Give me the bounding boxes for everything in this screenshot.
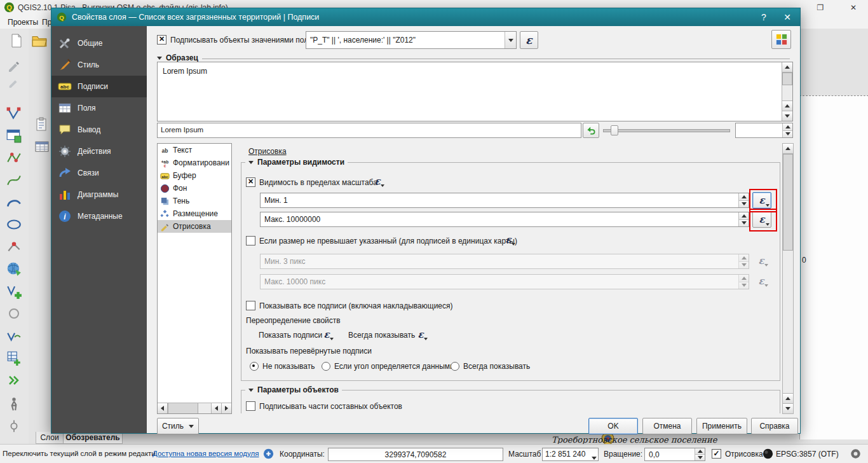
section-item-placement[interactable]: Размещение [158,207,231,220]
hscroll-thumb[interactable] [168,403,198,413]
scroll-left-icon[interactable] [158,403,168,413]
pixel-size-row[interactable]: Если размер не превышает указанный (для … [246,236,517,245]
section-item-text[interactable]: ab Текст [158,144,231,156]
window-close-button[interactable]: ✕ [845,1,862,14]
edit-pencil-secondary-icon[interactable] [5,73,23,90]
curve-tool-icon[interactable] [5,171,23,189]
sample-text-input[interactable]: Lorem Ipsum [157,123,581,138]
scroll-thumb[interactable] [782,73,792,85]
add-grid-layer-icon[interactable] [5,349,23,367]
panel-scrollbar[interactable] [782,143,794,414]
sidebar-item-joins[interactable]: Связи [51,162,147,184]
expression-combobox[interactable]: "P_T" || ', население:' || "Z012" [306,31,517,49]
ok-button[interactable]: OK [588,418,638,434]
pixel-size-checkbox[interactable] [246,236,255,245]
cancel-button[interactable]: Отмена [642,418,692,434]
render-checkbox-row[interactable]: Отрисовка [712,449,763,459]
scale-min-spinbox[interactable]: Мин. 1 [260,193,749,208]
spin-up-icon[interactable] [739,212,749,219]
expression-builder-button[interactable]: ε [520,31,538,49]
expression-dropdown-icon[interactable] [505,32,516,48]
plugin-icon[interactable] [263,448,274,461]
add-feature-icon[interactable] [5,282,23,300]
multipart-checkbox[interactable] [246,401,255,411]
radio-never-dot[interactable] [250,362,259,371]
node-edit-icon[interactable] [5,238,23,256]
sample-header[interactable]: Образец [157,53,790,62]
dialog-help-button[interactable]: ? [753,12,775,22]
circle-tool-icon[interactable] [5,305,23,322]
sidebar-item-metadata[interactable]: i Метаданные [51,205,147,227]
placement-settings-button[interactable] [771,30,791,49]
collapse-icon[interactable] [248,161,254,164]
visibility-group-title-wrap[interactable]: Параметры видимости [245,158,348,167]
ellipse-tool-icon[interactable] [5,216,23,233]
section-item-formatting[interactable]: +abc Форматировани [158,156,231,169]
font-size-spinbox[interactable] [735,123,793,138]
radio-always[interactable]: Всегда показывать [451,362,530,371]
spin-up-icon[interactable] [739,193,749,200]
scale-dropdown-icon[interactable] [592,453,597,462]
scroll-up2-icon[interactable] [783,393,793,403]
scale-max-data-defined-button[interactable]: ε [752,211,771,228]
section-item-background[interactable]: Фон [158,182,231,195]
scale-max-spinbox[interactable]: Макс. 10000000 [260,212,749,227]
spin-up-icon[interactable] [783,123,792,130]
dialog-titlebar[interactable]: Q Свойства слоя — Список всех загрязненн… [51,8,800,26]
always-show-data-defined-button[interactable]: ε [412,328,429,342]
multipart-row[interactable]: Подписывать части составных объектов [246,401,402,411]
radio-always-dot[interactable] [451,362,459,371]
radio-never[interactable]: Не показывать [250,362,315,371]
font-size-slider[interactable] [603,125,730,134]
sample-preview-scrollbar[interactable] [782,62,792,121]
section-item-rendering[interactable]: Отрисовка [158,220,231,233]
scroll-down-icon[interactable] [782,111,792,121]
rotation-up-icon[interactable] [695,448,705,454]
rotation-down-icon[interactable] [695,454,705,460]
rotation-spinbox[interactable]: 0,0 [644,448,705,461]
vector-edit-icon[interactable] [5,327,23,345]
section-item-buffer[interactable]: abc Буфер [158,169,231,182]
px-max-spinbox[interactable]: Макс. 10000 пикс [260,274,749,289]
panel-scroll-thumb[interactable] [783,154,793,251]
dialog-close-button[interactable]: ✕ [775,12,800,22]
slider-handle[interactable] [611,125,618,135]
crs-label[interactable]: EPSG:3857 (OTF) [776,450,839,459]
render-checkbox[interactable] [712,449,721,459]
apply-button[interactable]: Применить [696,418,747,434]
px-max-data-defined-button[interactable]: ε [753,274,770,288]
menu-projects[interactable]: Проекты [8,18,38,27]
label-objects-checkbox[interactable] [157,35,166,45]
scroll-left2-icon[interactable] [211,403,221,413]
reset-sample-button[interactable] [583,123,599,138]
px-min-data-defined-button[interactable]: ε [753,254,770,268]
attribute-table-icon[interactable] [33,138,51,156]
px-min-spinbox[interactable]: Мин. 3 пикс [260,254,749,269]
scale-visibility-row[interactable]: Видимость в пределах масштаба [246,177,377,187]
scale-combobox[interactable]: 1:2 851 240 [542,448,599,461]
globe-icon[interactable] [5,260,23,278]
scroll-right-icon[interactable] [221,403,231,413]
paste-style-icon[interactable] [33,116,51,134]
label-objects-checkbox-row[interactable]: Подписывать объекты значениями поля [157,35,313,45]
statusbar-update-link[interactable]: Доступна новая версия модуля [153,450,259,457]
features-group-title-wrap[interactable]: Параметры объектов [245,385,342,394]
show-label-data-defined-button[interactable]: ε [318,328,335,342]
spin-down-icon[interactable] [739,200,749,208]
edit-pencil-icon[interactable] [5,56,23,74]
sidebar-item-general[interactable]: Общие [51,32,147,54]
vertex-tool-icon[interactable] [5,104,23,122]
scroll-up2-icon[interactable] [782,100,792,111]
sidebar-item-rendering[interactable]: Вывод [51,119,147,141]
show-all-labels-checkbox[interactable] [246,301,255,310]
sidebar-item-labels[interactable]: abc Подписи [51,76,147,97]
collapse-icon[interactable] [157,57,162,60]
style-menu-button[interactable]: Стиль [157,418,199,434]
chevrons-icon[interactable] [5,371,23,389]
pixel-size-data-defined-button[interactable]: ε [500,233,517,247]
crs-icon[interactable] [763,448,773,461]
scale-min-data-defined-button[interactable]: ε [752,192,771,209]
show-all-labels-row[interactable]: Показывать все подписи (включая накладыв… [246,301,453,310]
radio-data-defined-dot[interactable] [322,362,330,371]
new-project-icon[interactable] [8,32,25,50]
